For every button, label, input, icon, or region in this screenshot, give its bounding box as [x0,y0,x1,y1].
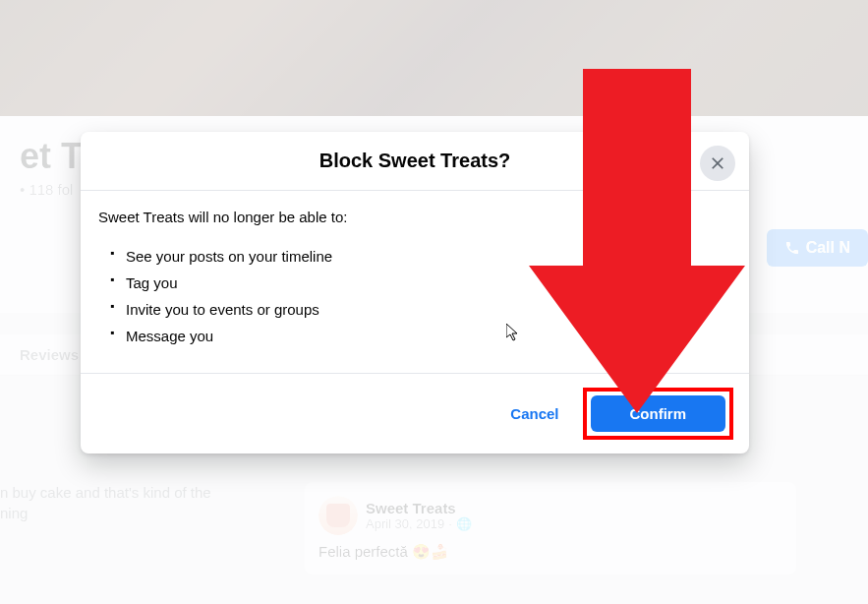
block-confirm-modal: Block Sweet Treats? Sweet Treats will no… [81,132,749,453]
close-icon [708,153,727,173]
list-item: Message you [126,323,731,349]
list-item: Tag you [126,270,731,296]
modal-body: Sweet Treats will no longer be able to: … [81,191,749,374]
cancel-button[interactable]: Cancel [492,395,576,432]
close-button[interactable] [700,146,735,181]
modal-list: See your posts on your timeline Tag you … [98,243,731,349]
modal-footer: Cancel Confirm [81,374,749,453]
annotation-highlight-box: Confirm [583,388,734,440]
modal-intro: Sweet Treats will no longer be able to: [98,209,731,225]
modal-title: Block Sweet Treats? [98,150,731,172]
list-item: Invite you to events or groups [126,296,731,323]
list-item: See your posts on your timeline [126,243,731,270]
confirm-button[interactable]: Confirm [591,395,726,432]
modal-header: Block Sweet Treats? [81,132,749,191]
